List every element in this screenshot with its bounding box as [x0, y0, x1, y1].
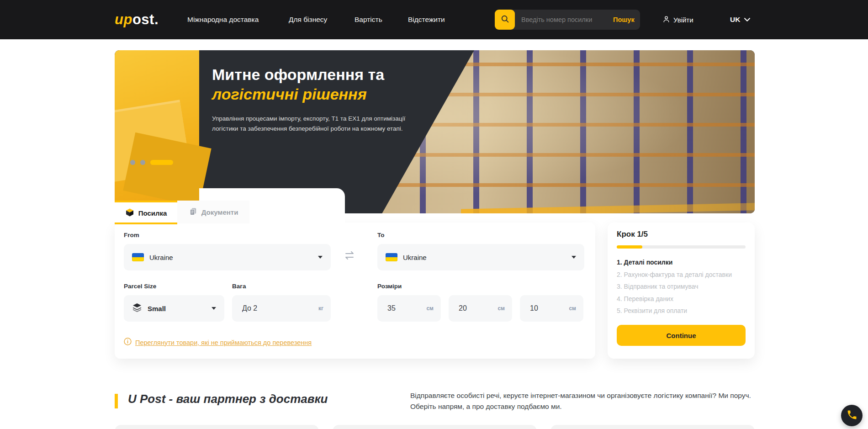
step-item-3: 3. Відправник та отримувач — [617, 281, 732, 293]
top-navbar: upost. Міжнародна доставка Для бізнесу В… — [0, 0, 868, 39]
search-icon — [501, 15, 509, 25]
from-label: From — [124, 232, 139, 238]
direction-card[interactable] — [333, 425, 537, 429]
carousel-active-indicator[interactable] — [150, 160, 173, 165]
heading-accent-bar — [115, 394, 118, 408]
shipment-type-tabs: Посилка Документи — [115, 201, 249, 223]
dimension-length-input[interactable] — [377, 304, 409, 312]
weight-field: кг — [232, 295, 331, 322]
hero-title-line2: логістичні рішення — [212, 85, 431, 104]
from-country-value: Ukraine — [149, 254, 173, 261]
language-selector[interactable]: UK — [730, 0, 750, 39]
search-input[interactable] — [515, 16, 611, 23]
parcel-size-value: Small — [148, 305, 166, 312]
caret-down-icon — [212, 307, 216, 310]
envelope-graphic-shadow — [123, 132, 211, 207]
nav-link-business[interactable]: Для бізнесу — [289, 0, 327, 39]
dimensions-label: Розміри — [377, 283, 402, 290]
progress-bar-fill — [617, 245, 642, 249]
hero-subtitle: Управління процесами імпорту, експорту, … — [212, 114, 418, 134]
hero-content: Митне оформлення та логістичні рішення У… — [212, 65, 431, 134]
restricted-items-link[interactable]: Переглянути товари, які не приймаються д… — [135, 339, 312, 346]
progress-bar — [617, 245, 746, 249]
dimension-height-input[interactable] — [520, 304, 552, 312]
swap-countries-button[interactable] — [342, 249, 357, 264]
dimension-height-field: см — [520, 295, 583, 322]
step-item-5: 5. Реквізити для оплати — [617, 305, 732, 317]
phone-icon — [847, 409, 857, 422]
hero-title-line1: Митне оформлення та — [212, 65, 431, 85]
weight-input[interactable] — [232, 304, 287, 312]
tracking-search-bar: Пошук — [495, 10, 640, 30]
chevron-down-icon — [744, 16, 750, 24]
parcel-size-label: Parcel Size — [124, 283, 156, 290]
caret-down-icon — [318, 256, 323, 259]
brand-logo-up: up — [115, 11, 132, 28]
tab-parcel[interactable]: Посилка — [115, 201, 177, 223]
direction-card[interactable] — [550, 425, 755, 429]
caret-down-icon — [572, 256, 576, 259]
documents-icon — [189, 207, 197, 217]
tab-parcel-label: Посилка — [138, 209, 167, 217]
info-icon — [124, 338, 132, 347]
to-country-select[interactable]: Ukraine — [377, 244, 584, 270]
carousel-dot[interactable] — [140, 160, 145, 165]
parcel-box-icon — [125, 208, 134, 218]
parcel-size-select[interactable]: Small — [124, 295, 224, 322]
search-submit-button[interactable]: Пошук — [611, 16, 641, 23]
language-code: UK — [730, 16, 740, 24]
weight-label: Вага — [232, 283, 246, 290]
nav-link-pricing[interactable]: Вартість — [355, 0, 382, 39]
ukraine-flag-icon — [132, 253, 144, 261]
search-button[interactable] — [495, 10, 515, 30]
warehouse-floor-stripe — [461, 203, 755, 213]
login-button[interactable]: Увійти — [662, 0, 693, 39]
restricted-items-link-row: Переглянути товари, які не приймаються д… — [124, 338, 312, 347]
to-label: To — [377, 232, 385, 238]
person-icon — [662, 15, 670, 25]
dimension-width-input[interactable] — [449, 304, 481, 312]
brand-logo-rest: ost. — [132, 11, 159, 28]
login-label: Увійти — [673, 16, 693, 24]
step-item-4: 4. Перевірка даних — [617, 293, 732, 305]
continue-button[interactable]: Continue — [617, 325, 746, 346]
weight-unit: кг — [318, 305, 331, 312]
step-counter: Крок 1/5 — [617, 230, 648, 239]
carousel-indicators — [130, 160, 173, 165]
tab-documents[interactable]: Документи — [177, 201, 249, 223]
swap-arrows-icon — [344, 250, 355, 262]
ukraine-flag-icon — [386, 253, 397, 261]
dimension-unit: см — [498, 305, 512, 312]
carousel-dot[interactable] — [130, 160, 135, 165]
hero-yellow-band — [115, 50, 199, 213]
call-widget-button[interactable] — [841, 405, 863, 426]
brand-logo[interactable]: upost. — [115, 0, 159, 39]
dimension-unit: см — [426, 305, 441, 312]
step-item-1: 1. Деталі посилки — [617, 256, 732, 269]
layers-icon — [132, 302, 142, 314]
dimension-unit: см — [569, 305, 583, 312]
parcel-form-card: From Ukraine To Ukraine Parcel Size Smal… — [115, 222, 595, 359]
nav-link-track[interactable]: Відстежити — [408, 0, 445, 39]
steps-list: 1. Деталі посилки 2. Рахунок-фактура та … — [617, 256, 732, 317]
direction-card[interactable] — [115, 425, 319, 429]
step-item-2: 2. Рахунок-фактура та деталі доставки — [617, 269, 732, 281]
section-description: Відправляєте особисті речі, керуєте інте… — [410, 390, 757, 412]
dimension-width-field: см — [449, 295, 512, 322]
nav-link-international[interactable]: Міжнародна доставка — [187, 0, 259, 39]
tab-documents-label: Документи — [201, 208, 238, 216]
section-heading: U Post - ваш партнер з доставки — [128, 392, 328, 406]
from-country-select[interactable]: Ukraine — [124, 244, 331, 270]
checkout-steps-card: Крок 1/5 1. Деталі посилки 2. Рахунок-фа… — [608, 222, 755, 359]
dimension-length-field: см — [377, 295, 441, 322]
to-country-value: Ukraine — [403, 254, 427, 261]
